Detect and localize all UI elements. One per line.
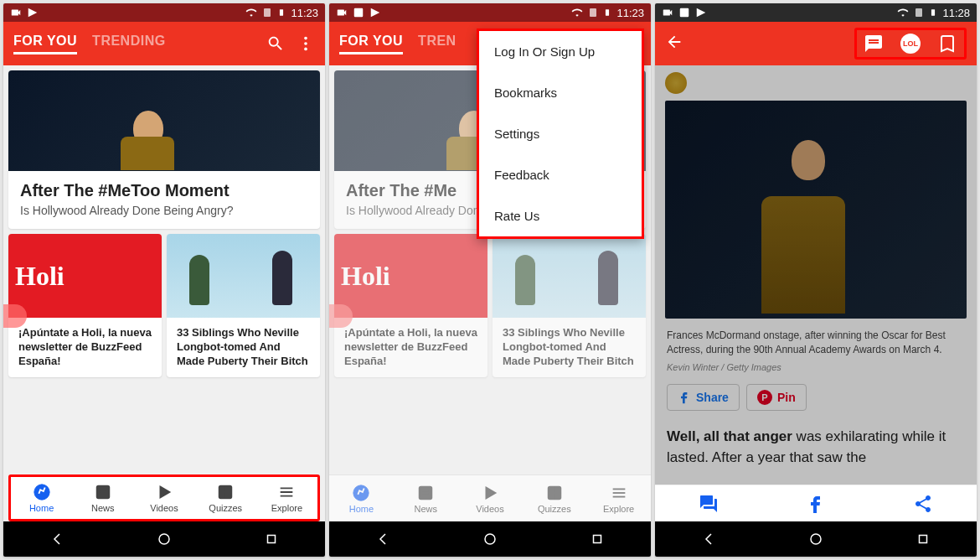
svg-point-3 — [304, 42, 307, 45]
article-body-text: Well, all that anger was exhilarating wh… — [655, 423, 977, 472]
bookmark-icon[interactable] — [937, 34, 957, 54]
back-sys-icon[interactable] — [375, 531, 390, 547]
holi-image: Holi — [334, 234, 487, 318]
recent-sys-icon[interactable] — [916, 531, 931, 547]
no-sim-icon — [588, 8, 598, 18]
clock-text: 11:23 — [616, 7, 644, 19]
siblings-title: 33 Siblings Who Neville Longbot-tomed An… — [167, 318, 320, 377]
svg-rect-0 — [264, 8, 271, 17]
back-sys-icon[interactable] — [701, 531, 716, 547]
home-icon — [352, 484, 370, 502]
hero-article-card[interactable]: After The #MeToo Moment Is Hollywood Alr… — [8, 70, 320, 229]
facebook-share-icon[interactable] — [806, 494, 826, 514]
news-icon — [416, 484, 435, 502]
search-icon[interactable] — [266, 34, 285, 53]
article-hero-image — [665, 101, 967, 319]
svg-point-35 — [811, 534, 821, 544]
article-top-bar: LOL — [655, 22, 977, 65]
tab-for-you[interactable]: FOR YOU — [339, 34, 403, 54]
recent-sys-icon[interactable] — [264, 531, 279, 547]
siblings-image — [493, 234, 646, 318]
nav-videos[interactable]: Videos — [133, 477, 194, 519]
clock-text: 11:23 — [291, 7, 318, 19]
hero-image — [8, 70, 320, 171]
nav-home[interactable]: Home — [329, 475, 394, 521]
menu-bookmarks[interactable]: Bookmarks — [479, 72, 642, 113]
menu-feedback[interactable]: Feedback — [479, 154, 642, 195]
status-bar: 11:23 — [329, 3, 651, 22]
home-icon — [33, 483, 51, 501]
overflow-menu: Log In Or Sign Up Bookmarks Settings Fee… — [477, 29, 644, 239]
svg-point-5 — [34, 485, 49, 500]
holi-title: ¡Apúntate a Holi, la nueva newsletter de… — [334, 318, 487, 377]
menu-login[interactable]: Log In Or Sign Up — [479, 31, 642, 72]
videos-icon — [155, 483, 173, 501]
nav-quizzes[interactable]: Quizzes — [522, 475, 586, 521]
siblings-title: 33 Siblings Who Neville Longbot-tomed An… — [493, 318, 646, 377]
holi-title: ¡Apúntate a Holi, la nueva newsletter de… — [8, 318, 162, 377]
nav-news[interactable]: News — [394, 475, 458, 521]
tab-for-you[interactable]: FOR YOU — [13, 34, 77, 54]
status-bar: 11:23 — [3, 3, 325, 22]
android-nav-bar — [655, 521, 977, 557]
bottom-nav: Home News Videos Quizzes Explore — [8, 474, 320, 521]
nav-explore[interactable]: Explore — [256, 477, 317, 519]
svg-rect-34 — [931, 9, 935, 16]
svg-rect-17 — [354, 8, 364, 18]
tab-trending[interactable]: TREN — [418, 34, 456, 54]
play-store-icon — [695, 7, 707, 18]
tab-trending[interactable]: TRENDING — [92, 34, 166, 54]
home-sys-icon[interactable] — [808, 531, 823, 547]
overflow-menu-icon[interactable] — [297, 34, 315, 53]
facebook-share-button[interactable]: Share — [667, 384, 740, 411]
clock-text: 11:28 — [942, 7, 970, 19]
quizzes-icon — [545, 484, 564, 502]
card-siblings[interactable]: 33 Siblings Who Neville Longbot-tomed An… — [167, 234, 320, 377]
nav-quizzes[interactable]: Quizzes — [195, 477, 256, 519]
feed-content: After The #MeToo Moment Is Hollywood Alr… — [3, 65, 325, 474]
article-bottom-bar — [655, 485, 977, 521]
svg-rect-32 — [680, 8, 689, 18]
phone-screen-2: 11:23 FOR YOU TREN Log In Or Sign Up Boo… — [329, 3, 651, 557]
image-credit: Kevin Winter / Getty Images — [655, 360, 977, 381]
oscar-avatar-icon — [665, 72, 687, 94]
nav-news[interactable]: News — [72, 477, 133, 519]
menu-rate[interactable]: Rate Us — [479, 195, 642, 236]
svg-point-15 — [159, 534, 169, 544]
card-holi[interactable]: Holi ¡Apúntate a Holi, la nueva newslett… — [8, 234, 162, 377]
card-holi[interactable]: Holi ¡Apúntate a Holi, la nueva newslett… — [334, 234, 487, 377]
phone-screen-3: 11:28 LOL Frances McDormand onstage, aft… — [655, 3, 977, 557]
nav-videos[interactable]: Videos — [458, 475, 523, 521]
battery-icon — [603, 7, 611, 18]
wifi-icon — [897, 7, 909, 18]
card-siblings[interactable]: 33 Siblings Who Neville Longbot-tomed An… — [493, 234, 646, 377]
comment-icon[interactable] — [864, 34, 884, 54]
explore-icon — [277, 483, 296, 501]
home-sys-icon[interactable] — [157, 531, 172, 547]
battery-icon — [277, 7, 286, 18]
home-sys-icon[interactable] — [482, 531, 498, 547]
siblings-image — [167, 234, 320, 318]
hero-title: After The #MeToo Moment — [8, 171, 320, 204]
lol-reaction-icon[interactable]: LOL — [900, 34, 921, 54]
android-nav-bar — [3, 521, 325, 557]
play-store-icon — [369, 7, 381, 18]
comments-icon[interactable] — [699, 494, 719, 514]
back-button[interactable] — [665, 33, 683, 54]
nav-explore[interactable]: Explore — [586, 475, 651, 521]
image-caption: Frances McDormand onstage, after winning… — [655, 325, 977, 360]
nav-home[interactable]: Home — [11, 477, 72, 519]
menu-settings[interactable]: Settings — [479, 113, 642, 154]
image-icon — [678, 7, 690, 18]
quizzes-icon — [216, 483, 235, 501]
image-icon — [353, 7, 364, 18]
recent-sys-icon[interactable] — [590, 531, 605, 547]
wifi-icon — [571, 7, 583, 18]
hero-subtitle: Is Hollywood Already Done Being Angry? — [8, 204, 320, 229]
status-bar: 11:28 — [655, 3, 977, 22]
svg-point-20 — [353, 485, 369, 500]
svg-rect-16 — [268, 536, 276, 543]
back-sys-icon[interactable] — [49, 531, 64, 547]
pinterest-pin-button[interactable]: P Pin — [746, 384, 807, 411]
share-icon[interactable] — [913, 494, 933, 514]
